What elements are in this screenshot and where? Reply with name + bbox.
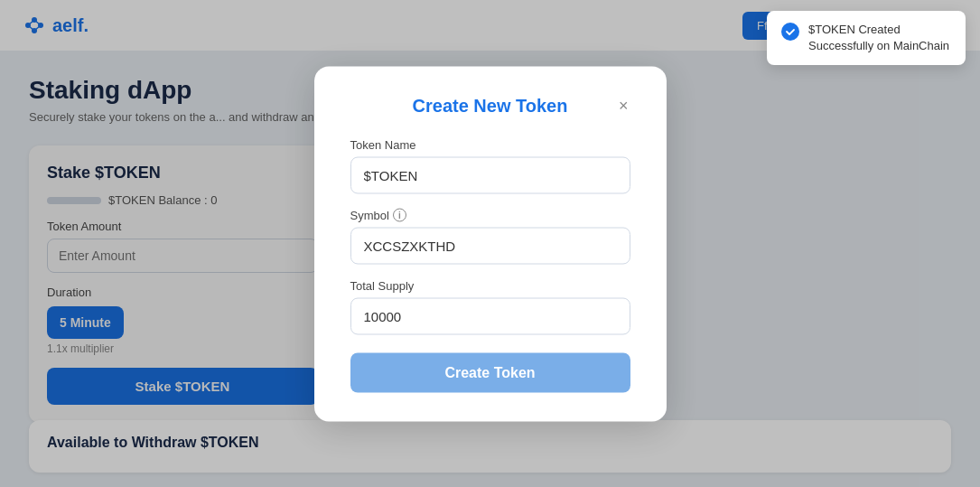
token-name-label: Token Name (350, 137, 630, 151)
toast-notification: $TOKEN Created Successfully on MainChain (767, 11, 966, 65)
symbol-label: Symbol i (350, 208, 630, 221)
create-token-modal: Create New Token × Token Name Symbol i T… (314, 66, 667, 421)
symbol-info-icon: i (393, 208, 406, 221)
modal-header: Create New Token × (350, 95, 630, 116)
toast-check-icon (781, 23, 799, 41)
symbol-input[interactable] (350, 227, 630, 264)
checkmark-icon (785, 26, 796, 37)
total-supply-input[interactable] (350, 297, 630, 334)
token-name-input[interactable] (350, 156, 630, 193)
modal-title: Create New Token (413, 95, 568, 116)
modal-close-button[interactable]: × (617, 95, 630, 115)
total-supply-label: Total Supply (350, 278, 630, 292)
toast-message: $TOKEN Created Successfully on MainChain (808, 22, 951, 54)
modal-submit-button[interactable]: Create Token (350, 352, 630, 392)
